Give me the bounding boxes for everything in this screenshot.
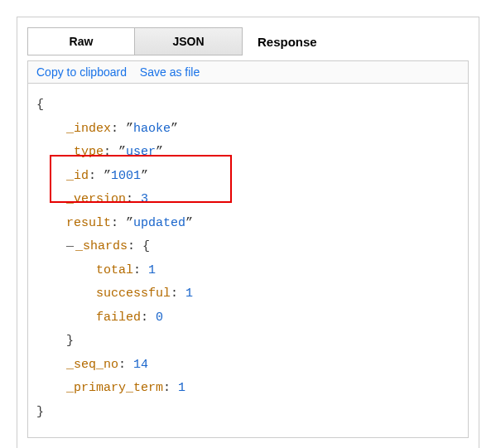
- save-as-file-link[interactable]: Save as file: [140, 65, 200, 79]
- tab-json[interactable]: JSON: [135, 27, 243, 55]
- json-line-close: }: [36, 401, 460, 425]
- val-result: updated: [133, 216, 185, 230]
- val-seqno: 14: [133, 358, 148, 372]
- key-seqno: _seq_no: [66, 358, 118, 372]
- tab-raw[interactable]: Raw: [27, 27, 135, 55]
- key-primary: _primary_term: [66, 381, 163, 395]
- val-type: user: [126, 145, 156, 159]
- response-panel: Raw JSON Response Copy to clipboard Save…: [17, 17, 479, 448]
- val-total: 1: [148, 263, 156, 277]
- json-line-type[interactable]: _type: ”user”: [36, 141, 460, 165]
- json-viewer: { _index: ”haoke” _type: ”user” _id: ”10…: [27, 84, 469, 438]
- copy-to-clipboard-link[interactable]: Copy to clipboard: [36, 65, 127, 79]
- actions-bar: Copy to clipboard Save as file: [27, 60, 469, 84]
- brace-close-inner: }: [66, 334, 74, 348]
- collapse-icon[interactable]: —: [66, 239, 74, 253]
- brace-close: }: [36, 405, 44, 419]
- val-successful: 1: [185, 287, 193, 301]
- json-line-failed[interactable]: failed: 0: [36, 306, 460, 330]
- json-line-version[interactable]: _version: 3: [36, 188, 460, 212]
- key-type: _type: [66, 145, 104, 159]
- key-id: _id: [66, 169, 89, 183]
- key-shards: _shards: [75, 239, 128, 253]
- json-line-primary[interactable]: _primary_term: 1: [36, 377, 460, 401]
- json-line-result[interactable]: result: ”updated”: [36, 212, 460, 236]
- val-failed: 0: [156, 311, 163, 325]
- key-index: _index: [66, 122, 111, 136]
- key-result: result: [66, 216, 111, 230]
- brace-open: {: [36, 98, 44, 112]
- val-primary: 1: [178, 381, 185, 395]
- json-line-id[interactable]: _id: ”1001”: [36, 165, 460, 189]
- tabs-row: Raw JSON Response: [27, 27, 469, 55]
- key-successful: successful: [96, 287, 171, 301]
- key-version: _version: [66, 192, 126, 206]
- json-line-shards[interactable]: —_shards: {: [36, 235, 460, 259]
- json-line-total[interactable]: total: 1: [36, 259, 460, 283]
- val-version: 3: [141, 192, 148, 206]
- tab-response-label: Response: [258, 35, 317, 49]
- json-line-seqno[interactable]: _seq_no: 14: [36, 354, 460, 378]
- val-id: 1001: [111, 169, 141, 183]
- val-index: haoke: [133, 122, 171, 136]
- json-line-index[interactable]: _index: ”haoke”: [36, 118, 460, 142]
- json-line-open: {: [36, 94, 460, 118]
- key-total: total: [96, 263, 133, 277]
- key-failed: failed: [96, 311, 141, 325]
- json-line-successful[interactable]: successful: 1: [36, 282, 460, 306]
- json-line-shards-close: }: [36, 330, 460, 354]
